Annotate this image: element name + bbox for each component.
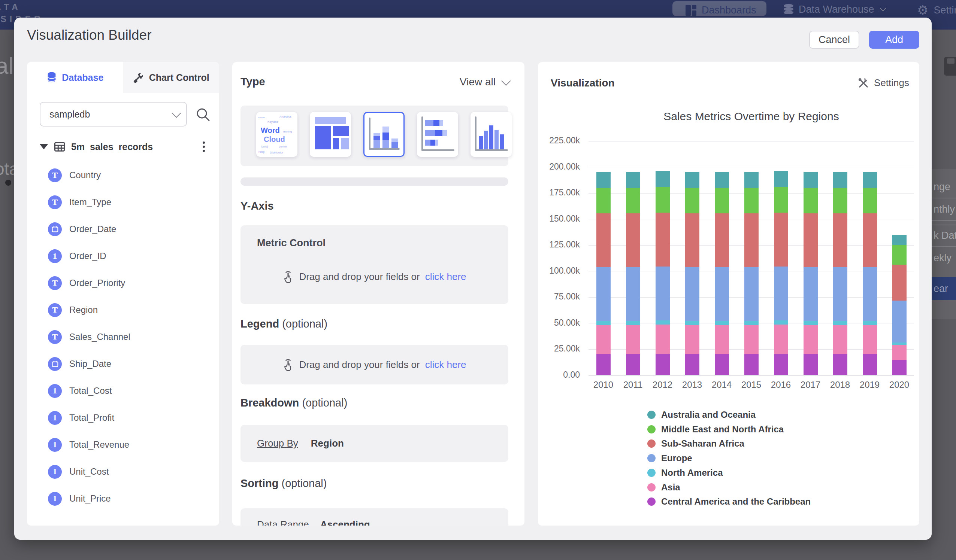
backdrop-list-item: ekly: [934, 252, 956, 264]
legend-dot: [647, 454, 656, 462]
bar-segment: [744, 354, 759, 375]
type-section-title: Type: [241, 75, 265, 88]
legend-dot: [647, 411, 656, 419]
field-item-order_id[interactable]: 1Order_ID: [48, 243, 106, 270]
chart-type-stacked-column-selected[interactable]: [363, 112, 404, 157]
legend-dropzone[interactable]: Drag and drop your fields or click here: [241, 345, 508, 384]
database-select[interactable]: sampledb: [40, 102, 187, 127]
field-item-order_priority[interactable]: TOrder_Priority: [48, 270, 125, 296]
x-axis-tick-label: 2014: [707, 380, 736, 390]
legend-dot: [647, 497, 656, 506]
legend-label: Europe: [661, 453, 692, 463]
cancel-button[interactable]: Cancel: [809, 31, 859, 49]
bar-segment: [685, 325, 700, 354]
legend-item[interactable]: Middle East and North Africa: [647, 424, 784, 435]
bar-segment: [656, 325, 670, 354]
bar-segment: [626, 354, 640, 375]
chart-type-treemap[interactable]: [310, 112, 351, 157]
caret-down-icon[interactable]: [40, 144, 48, 149]
legend-item[interactable]: Australia and Oceania: [647, 409, 756, 420]
database-panel: Database Chart Control sampledb: [27, 62, 219, 525]
nav-item-dashboards[interactable]: Dashboards: [686, 5, 756, 16]
field-name: Country: [69, 170, 101, 180]
field-name: Order_ID: [69, 251, 106, 261]
chart-title: Sales Metrics Overtime by Regions: [588, 110, 914, 123]
bar-segment: [715, 213, 729, 267]
bar-segment: [774, 187, 788, 213]
bar-segment: [892, 360, 907, 375]
backdrop-dropdown-list: nge nthly k Date ekly ear: [932, 169, 956, 319]
bar-segment: [892, 342, 907, 345]
x-axis-tick-label: 2020: [884, 380, 914, 390]
chart-type-word-cloud[interactable]: areas Analytics Keylane mining [cold] co…: [256, 112, 297, 157]
table-tree-row[interactable]: 5m_sales_records: [40, 137, 206, 157]
field-item-sales_channel[interactable]: TSales_Channel: [48, 323, 131, 350]
bar-segment: [685, 354, 700, 375]
number-type-icon: 1: [48, 411, 62, 425]
bar-segment: [626, 325, 640, 354]
legend-item[interactable]: Sub-Saharan Africa: [647, 438, 744, 449]
x-axis-tick-label: 2010: [588, 380, 618, 390]
bar-segment: [803, 354, 818, 375]
field-item-country[interactable]: TCountry: [48, 162, 101, 189]
sorting-row-label[interactable]: Data Range: [257, 519, 309, 525]
bar-segment: [892, 265, 907, 301]
search-button[interactable]: [195, 106, 211, 123]
field-item-unit_price[interactable]: 1Unit_Price: [48, 485, 111, 512]
add-button[interactable]: Add: [869, 31, 919, 49]
legend-label: Sub-Saharan Africa: [661, 438, 744, 449]
field-item-unit_cost[interactable]: 1Unit_Cost: [48, 458, 108, 485]
view-all-button[interactable]: View all: [460, 76, 508, 88]
field-item-total_cost[interactable]: 1Total_Cost: [48, 377, 112, 404]
bar-segment: [833, 172, 848, 188]
bar-segment: [626, 188, 640, 214]
click-here-link[interactable]: click here: [425, 359, 466, 370]
legend-item[interactable]: Central America and the Caribbean: [647, 496, 811, 507]
chart-type-strip: areas Analytics Keylane mining [cold] co…: [241, 105, 508, 166]
field-name: Total_Profit: [69, 413, 114, 423]
field-item-item_type[interactable]: TItem_Type: [48, 189, 111, 216]
bar-segment: [833, 267, 848, 321]
bar-segment: [863, 172, 877, 188]
legend-item[interactable]: Europe: [647, 453, 692, 463]
metric-control-title: Metric Control: [257, 237, 325, 249]
search-icon: [195, 106, 211, 123]
legend-dot: [647, 469, 656, 477]
bar-segment: [744, 213, 759, 267]
chart-type-histogram[interactable]: [470, 112, 512, 157]
chart-type-stacked-bar[interactable]: [417, 112, 458, 157]
tap-icon: [283, 358, 294, 371]
breakdown-box[interactable]: Group By Region: [241, 425, 508, 462]
tap-icon: [283, 270, 294, 283]
bar-segment: [715, 354, 729, 375]
number-type-icon: 1: [48, 384, 62, 398]
click-here-link[interactable]: click here: [425, 271, 466, 282]
viz-settings-button[interactable]: Settings: [858, 77, 909, 89]
legend-item[interactable]: Asia: [647, 482, 680, 493]
bar-segment: [715, 325, 729, 354]
legend-label: Middle East and North Africa: [661, 424, 784, 435]
metric-control-dropzone[interactable]: Metric Control Drag and drop your fields…: [241, 225, 508, 304]
tools-icon: [133, 72, 144, 83]
field-item-order_date[interactable]: Order_Date: [48, 216, 116, 243]
legend-label: Australia and Oceania: [661, 409, 756, 420]
legend-dot: [647, 439, 656, 448]
field-item-region[interactable]: TRegion: [48, 296, 98, 323]
field-item-total_revenue[interactable]: 1Total_Revenue: [48, 431, 129, 458]
group-by-label[interactable]: Group By: [257, 438, 298, 449]
bar-segment: [863, 188, 877, 213]
number-type-icon: 1: [48, 465, 62, 479]
legend-item[interactable]: North America: [647, 467, 723, 478]
nav-item-data-warehouse[interactable]: Data Warehouse: [784, 4, 886, 15]
tab-chart-control[interactable]: Chart Control: [123, 62, 220, 93]
bar-segment: [596, 354, 611, 375]
field-item-ship_date[interactable]: Ship_Date: [48, 350, 111, 377]
kebab-menu-icon[interactable]: [201, 140, 206, 154]
sorting-box[interactable]: Data Range Ascending: [241, 508, 508, 525]
nav-item-settings[interactable]: ⚙ Settings: [917, 4, 956, 16]
number-type-icon: 1: [48, 438, 62, 452]
tab-database[interactable]: Database: [27, 62, 123, 93]
text-type-icon: T: [48, 330, 62, 344]
horizontal-scrollbar[interactable]: [241, 177, 508, 186]
field-item-total_profit[interactable]: 1Total_Profit: [48, 404, 114, 431]
